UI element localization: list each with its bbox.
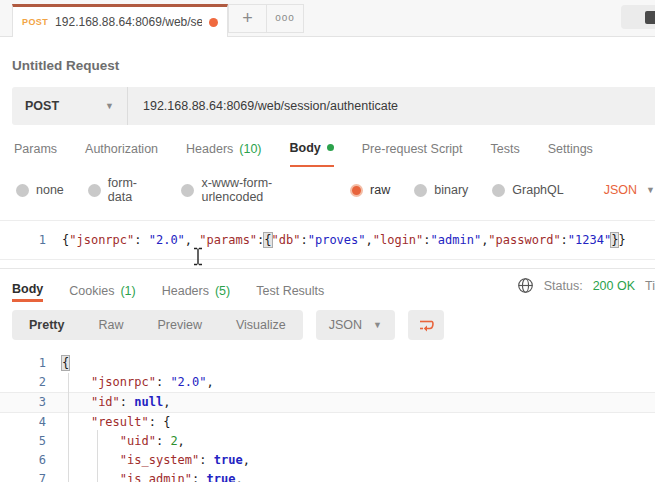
tab-tests[interactable]: Tests — [491, 139, 520, 167]
unsaved-changes-dot-icon — [209, 18, 218, 27]
body-type-selector: none form-data x-www-form-urlencoded raw… — [0, 167, 655, 214]
open-request-tab[interactable]: POST 192.168.88.64:8069/web/sessi... — [12, 4, 228, 37]
tab-settings[interactable]: Settings — [548, 139, 593, 167]
response-language-select[interactable]: JSON ▼ — [316, 310, 395, 340]
response-tabs: Body Cookies (1) Headers (5) Test Result… — [12, 269, 324, 302]
workspace-tab-bar: POST 192.168.88.64:8069/web/sessi... + o… — [0, 0, 655, 37]
radio-selected-icon — [350, 184, 363, 197]
request-body-editor[interactable]: 1{"jsonrpc": "2.0", "params":{"db":"prov… — [0, 220, 655, 260]
tab-params[interactable]: Params — [14, 139, 57, 167]
code-line[interactable]: 6 "is_system": true, — [0, 451, 655, 470]
view-pretty[interactable]: Pretty — [12, 318, 81, 332]
tab-title: 192.168.88.64:8069/web/sessi... — [55, 15, 202, 29]
cookies-count: (1) — [120, 284, 135, 298]
response-body-viewer[interactable]: 1{2 "jsonrpc": "2.0",3 "id": null,4 "res… — [0, 348, 655, 482]
response-headers-count: (5) — [215, 284, 230, 298]
chevron-down-icon: ▼ — [373, 320, 382, 330]
radio-raw[interactable]: raw — [350, 183, 390, 197]
response-view-switcher: Pretty Raw Preview Visualize — [12, 310, 303, 340]
request-tabs: Params Authorization Headers (10) Body P… — [14, 139, 655, 167]
response-status-area: Status: 200 OK Ti — [517, 269, 655, 302]
tab-method-badge: POST — [22, 17, 48, 27]
indent-guide — [68, 373, 69, 482]
line-number: 4 — [0, 413, 62, 432]
globe-icon[interactable] — [517, 277, 534, 294]
radio-icon — [414, 184, 427, 197]
request-name[interactable]: Untitled Request — [12, 58, 119, 73]
status-label: Status: — [544, 279, 583, 293]
code-line[interactable]: 5 "uid": 2, — [0, 432, 655, 451]
headers-count: (10) — [239, 142, 261, 156]
view-preview[interactable]: Preview — [140, 318, 218, 332]
request-name-row: Untitled Request — [0, 37, 655, 87]
radio-icon — [492, 184, 505, 197]
radio-graphql[interactable]: GraphQL — [492, 183, 563, 197]
environment-selector-partial[interactable] — [621, 5, 655, 29]
radio-none[interactable]: none — [16, 183, 64, 197]
response-tab-cookies[interactable]: Cookies (1) — [69, 269, 135, 302]
view-raw[interactable]: Raw — [81, 318, 140, 332]
code-line[interactable]: 3 "id": null, — [0, 392, 655, 413]
url-builder: POST ▼ 192.168.88.64:8069/web/session/au… — [12, 87, 655, 125]
indent-guide — [97, 430, 98, 482]
environment-icon — [645, 11, 655, 24]
chevron-down-icon: ▼ — [105, 101, 114, 111]
more-tabs-button[interactable]: ooo — [266, 4, 304, 33]
radio-x-www-form-urlencoded[interactable]: x-www-form-urlencoded — [181, 176, 326, 204]
new-tab-button[interactable]: + — [228, 4, 266, 33]
radio-icon — [16, 184, 29, 197]
code-line[interactable]: 4 "result": { — [0, 413, 655, 432]
response-tab-body[interactable]: Body — [12, 269, 43, 302]
radio-icon — [181, 184, 194, 197]
line-number: 3 — [0, 393, 62, 412]
code-line[interactable]: 2 "jsonrpc": "2.0", — [0, 373, 655, 392]
code-line[interactable]: 1{"jsonrpc": "2.0", "params":{"db":"prov… — [0, 230, 655, 250]
radio-binary[interactable]: binary — [414, 183, 468, 197]
line-number: 1 — [0, 354, 62, 373]
line-number: 2 — [0, 373, 62, 392]
line-number: 7 — [0, 470, 62, 482]
response-header: Body Cookies (1) Headers (5) Test Result… — [0, 268, 655, 302]
response-tab-test-results[interactable]: Test Results — [256, 269, 324, 302]
time-label-partial: Ti — [645, 279, 655, 293]
url-input[interactable]: 192.168.88.64:8069/web/session/authentic… — [128, 87, 655, 125]
code-line[interactable]: 1{ — [0, 354, 655, 373]
line-number: 5 — [0, 432, 62, 451]
response-tab-headers[interactable]: Headers (5) — [162, 269, 231, 302]
line-number: 6 — [0, 451, 62, 470]
request-code[interactable]: 1{"jsonrpc": "2.0", "params":{"db":"prov… — [0, 230, 655, 250]
method-value: POST — [25, 99, 59, 113]
tab-authorization[interactable]: Authorization — [85, 139, 158, 167]
wrap-text-icon — [418, 318, 435, 333]
view-visualize[interactable]: Visualize — [219, 318, 303, 332]
tab-pre-request-script[interactable]: Pre-request Script — [362, 139, 463, 167]
method-select[interactable]: POST ▼ — [12, 87, 128, 125]
body-filled-dot-icon — [327, 144, 334, 151]
text-cursor-icon — [192, 247, 204, 266]
line-number: 1 — [0, 230, 62, 250]
radio-icon — [88, 184, 101, 197]
code-line[interactable]: 7 "is_admin": true, — [0, 470, 655, 482]
status-value[interactable]: 200 OK — [593, 279, 635, 293]
response-toolbar: Pretty Raw Preview Visualize JSON ▼ — [0, 302, 655, 348]
wrap-text-button[interactable] — [408, 310, 444, 340]
body-language-select[interactable]: JSON ▼ — [604, 183, 655, 197]
radio-form-data[interactable]: form-data — [88, 176, 158, 204]
tab-headers[interactable]: Headers (10) — [186, 139, 261, 167]
chevron-down-icon: ▼ — [646, 185, 655, 195]
tab-body[interactable]: Body — [290, 139, 334, 167]
